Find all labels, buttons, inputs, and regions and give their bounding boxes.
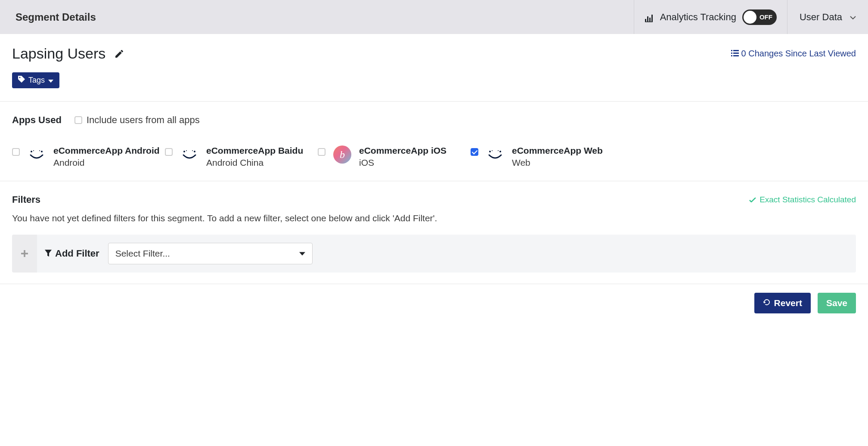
app-card: eCommerceApp Android Android: [12, 146, 165, 168]
filters-heading: Filters: [12, 194, 40, 205]
caret-down-icon: [299, 250, 305, 257]
analytics-tracking-section: Analytics Tracking OFF: [634, 0, 787, 34]
filter-select[interactable]: Select Filter...: [108, 243, 313, 264]
app-card: eCommerceApp Web Web: [471, 146, 623, 168]
app-name: eCommerceApp Android: [53, 146, 160, 156]
app-platform: Web: [512, 158, 603, 168]
chevron-down-icon: [850, 13, 856, 21]
app-checkbox[interactable]: [165, 148, 173, 156]
tags-button[interactable]: Tags: [12, 72, 59, 88]
app-card: eCommerceApp Baidu Android China: [165, 146, 318, 168]
add-filter-label: Add Filter: [55, 248, 99, 259]
app-logo-icon: [486, 146, 504, 164]
revert-icon: [763, 298, 771, 308]
app-name: eCommerceApp iOS: [359, 146, 446, 156]
toggle-state: OFF: [760, 13, 772, 21]
include-all-checkbox[interactable]: [74, 116, 82, 124]
save-button[interactable]: Save: [818, 293, 856, 313]
app-logo-icon: b: [333, 146, 351, 164]
funnel-icon: [45, 248, 52, 259]
pencil-icon[interactable]: [114, 49, 124, 59]
apps-used-heading: Apps Used: [12, 115, 62, 126]
top-bar: Segment Details Analytics Tracking OFF U…: [0, 0, 868, 34]
app-logo-icon: [180, 146, 198, 164]
changes-link-text: 0 Changes Since Last Viewed: [741, 49, 856, 59]
user-data-dropdown[interactable]: User Data: [787, 0, 868, 34]
toggle-knob: [744, 11, 756, 24]
tag-icon: [18, 76, 25, 85]
app-checkbox[interactable]: [471, 148, 478, 156]
filters-status: Exact Statistics Calculated: [749, 195, 856, 204]
filters-helptext: You have not yet defined filters for thi…: [12, 213, 856, 223]
analytics-label: Analytics Tracking: [660, 12, 736, 23]
app-platform: Android: [53, 158, 160, 168]
save-button-label: Save: [826, 298, 847, 308]
filters-status-text: Exact Statistics Calculated: [760, 195, 856, 204]
tags-button-label: Tags: [28, 76, 45, 85]
filter-builder: Add Filter Select Filter...: [12, 235, 856, 273]
apps-grid: eCommerceApp Android Android eCommerceAp…: [12, 146, 856, 168]
app-checkbox[interactable]: [12, 148, 20, 156]
filter-select-placeholder: Select Filter...: [115, 248, 170, 259]
filters-section: Filters Exact Statistics Calculated You …: [0, 181, 868, 284]
include-all-apps-row[interactable]: Include users from all apps: [74, 115, 200, 126]
footer-actions: Revert Save: [0, 284, 868, 331]
list-icon: [731, 49, 739, 59]
bar-chart-icon: [645, 13, 654, 22]
revert-button-label: Revert: [774, 298, 802, 308]
segment-name: Lapsing Users: [12, 45, 105, 62]
app-name: eCommerceApp Web: [512, 146, 603, 156]
include-all-label: Include users from all apps: [87, 115, 200, 126]
analytics-toggle[interactable]: OFF: [742, 9, 777, 25]
changes-link[interactable]: 0 Changes Since Last Viewed: [731, 49, 856, 59]
check-icon: [749, 195, 756, 204]
app-card: b eCommerceApp iOS iOS: [318, 146, 471, 168]
caret-down-icon: [48, 76, 53, 85]
page-title: Segment Details: [16, 0, 634, 34]
apps-used-section: Apps Used Include users from all apps eC…: [0, 102, 868, 181]
add-filter-plus-button[interactable]: [12, 235, 37, 273]
app-platform: Android China: [206, 158, 303, 168]
add-filter-label-wrap: Add Filter: [45, 248, 99, 259]
segment-name-section: Lapsing Users 0 Changes Since Last Viewe…: [0, 34, 868, 101]
app-checkbox[interactable]: [318, 148, 326, 156]
revert-button[interactable]: Revert: [754, 293, 811, 313]
app-platform: iOS: [359, 158, 446, 168]
user-data-label: User Data: [800, 12, 842, 23]
app-name: eCommerceApp Baidu: [206, 146, 303, 156]
app-logo-icon: [28, 146, 46, 164]
